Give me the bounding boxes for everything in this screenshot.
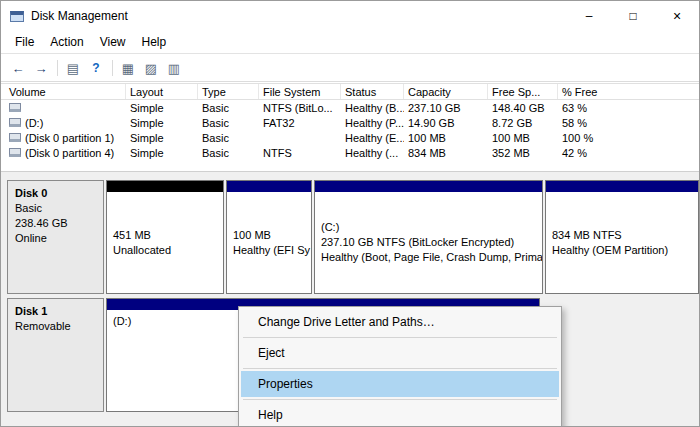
free-space-cell: 148.40 GB — [488, 102, 558, 114]
close-button[interactable]: × — [655, 1, 699, 31]
help-icon[interactable]: ? — [85, 57, 107, 79]
partition-line: 451 MB — [113, 228, 217, 243]
layout-cell: Simple — [126, 117, 198, 129]
volume-icon — [9, 118, 21, 127]
type-cell: Basic — [198, 117, 259, 129]
partition-line: 834 MB NTFS — [552, 228, 692, 243]
column-header-status[interactable]: Status — [341, 84, 404, 99]
back-icon[interactable]: ← — [7, 57, 29, 79]
toolbar-separator — [112, 60, 113, 76]
pct-free-cell: 58 % — [558, 117, 699, 129]
volume-icon — [9, 103, 21, 112]
volume-cell: (Disk 0 partition 1) — [1, 132, 126, 144]
context-menu: Change Drive Letter and Paths… Eject Pro… — [238, 306, 562, 427]
partition-line: 237.10 GB NTFS (BitLocker Encrypted) — [321, 235, 536, 250]
file-system-cell: FAT32 — [259, 117, 341, 129]
views-icon[interactable]: ▥ — [163, 57, 185, 79]
partition-line: Healthy (Boot, Page File, Crash Dump, Pr… — [321, 250, 536, 265]
table-row[interactable]: Simple Basic NTFS (BitLo... Healthy (B..… — [1, 100, 699, 115]
disk-type: Removable — [15, 319, 96, 334]
menu-file[interactable]: File — [7, 32, 42, 52]
column-header-file-system[interactable]: File System — [259, 84, 341, 99]
disk-management-window: Disk Management – □ × File Action View H… — [0, 0, 700, 427]
layout-cell: Simple — [126, 102, 198, 114]
disk-name: Disk 0 — [15, 186, 96, 201]
menu-separator — [243, 399, 557, 400]
table-row[interactable]: (D:) Simple Basic FAT32 Healthy (P... 14… — [1, 115, 699, 130]
menu-item-help[interactable]: Help — [241, 402, 559, 427]
capacity-cell: 100 MB — [404, 132, 488, 144]
partition-stripe — [227, 181, 311, 192]
status-cell: Healthy (P... — [341, 117, 404, 129]
action-script-icon[interactable]: ▨ — [140, 57, 162, 79]
menu-item-eject[interactable]: Eject — [241, 340, 559, 366]
column-header-layout[interactable]: Layout — [126, 84, 198, 99]
show-console-tree-icon[interactable]: ▤ — [62, 57, 84, 79]
disk0-partitions: 451 MB Unallocated 100 MB Healthy (EFI S… — [106, 180, 700, 294]
free-space-cell: 100 MB — [488, 132, 558, 144]
pct-free-cell: 100 % — [558, 132, 699, 144]
capacity-cell: 14.90 GB — [404, 117, 488, 129]
partition-oem[interactable]: 834 MB NTFS Healthy (OEM Partition) — [545, 180, 699, 294]
menu-help[interactable]: Help — [134, 32, 175, 52]
disk-type: Basic — [15, 201, 96, 216]
column-header-type[interactable]: Type — [198, 84, 259, 99]
toolbar: ← → ▤ ? ▦ ▨ ▥ — [1, 55, 699, 82]
column-header-volume[interactable]: Volume — [1, 84, 126, 99]
unallocated-stripe — [107, 181, 223, 192]
volume-name: (Disk 0 partition 1) — [25, 132, 114, 144]
partition-c-drive[interactable]: (C:) 237.10 GB NTFS (BitLocker Encrypted… — [314, 180, 543, 294]
free-space-cell: 352 MB — [488, 147, 558, 159]
volume-cell: (Disk 0 partition 4) — [1, 147, 126, 159]
disk-name: Disk 1 — [15, 304, 96, 319]
title-bar: Disk Management – □ × — [1, 1, 699, 31]
partition-line: Unallocated — [113, 243, 217, 258]
disk-management-app-icon — [10, 11, 24, 22]
disk1-label[interactable]: Disk 1 Removable — [7, 298, 104, 412]
volume-name: (D:) — [25, 117, 43, 129]
type-cell: Basic — [198, 102, 259, 114]
partition-line: 100 MB — [233, 228, 305, 243]
window-controls: – □ × — [567, 1, 699, 31]
disk0-label[interactable]: Disk 0 Basic 238.46 GB Online — [7, 180, 104, 294]
partition-efi[interactable]: 100 MB Healthy (EFI Sy — [226, 180, 312, 294]
partition-unallocated[interactable]: 451 MB Unallocated — [106, 180, 224, 294]
status-cell: Healthy (E... — [341, 132, 404, 144]
column-header-capacity[interactable]: Capacity — [404, 84, 488, 99]
disk-status: Online — [15, 231, 96, 246]
volume-icon — [9, 133, 21, 142]
volume-icon — [9, 148, 21, 157]
capacity-cell: 834 MB — [404, 147, 488, 159]
table-row[interactable]: (Disk 0 partition 1) Simple Basic Health… — [1, 130, 699, 145]
partition-line: Healthy (OEM Partition) — [552, 243, 692, 258]
column-header-free-space[interactable]: Free Sp... — [488, 84, 558, 99]
file-system-cell: NTFS — [259, 147, 341, 159]
free-space-cell: 8.72 GB — [488, 117, 558, 129]
volume-list: Volume Layout Type File System Status Ca… — [1, 83, 699, 160]
menu-item-properties[interactable]: Properties — [241, 371, 559, 397]
menu-item-change-drive-letter[interactable]: Change Drive Letter and Paths… — [241, 309, 559, 335]
properties-icon[interactable]: ▦ — [117, 57, 139, 79]
volume-list-header: Volume Layout Type File System Status Ca… — [1, 83, 699, 100]
toolbar-separator — [57, 60, 58, 76]
volume-cell: (D:) — [1, 117, 126, 129]
partition-stripe — [546, 181, 698, 192]
type-cell: Basic — [198, 147, 259, 159]
menu-bar: File Action View Help — [1, 31, 699, 54]
pct-free-cell: 63 % — [558, 102, 699, 114]
file-system-cell: NTFS (BitLo... — [259, 102, 341, 114]
minimize-button[interactable]: – — [567, 1, 611, 31]
forward-icon[interactable]: → — [30, 57, 52, 79]
layout-cell: Simple — [126, 132, 198, 144]
column-header-pct-free[interactable]: % Free — [558, 84, 699, 99]
partition-stripe — [315, 181, 542, 192]
disk0-row: Disk 0 Basic 238.46 GB Online 451 MB Una… — [7, 180, 700, 294]
menu-separator — [243, 337, 557, 338]
layout-cell: Simple — [126, 147, 198, 159]
menu-view[interactable]: View — [92, 32, 134, 52]
menu-action[interactable]: Action — [42, 32, 91, 52]
type-cell: Basic — [198, 132, 259, 144]
maximize-button[interactable]: □ — [611, 1, 655, 31]
status-cell: Healthy (... — [341, 147, 404, 159]
table-row[interactable]: (Disk 0 partition 4) Simple Basic NTFS H… — [1, 145, 699, 160]
